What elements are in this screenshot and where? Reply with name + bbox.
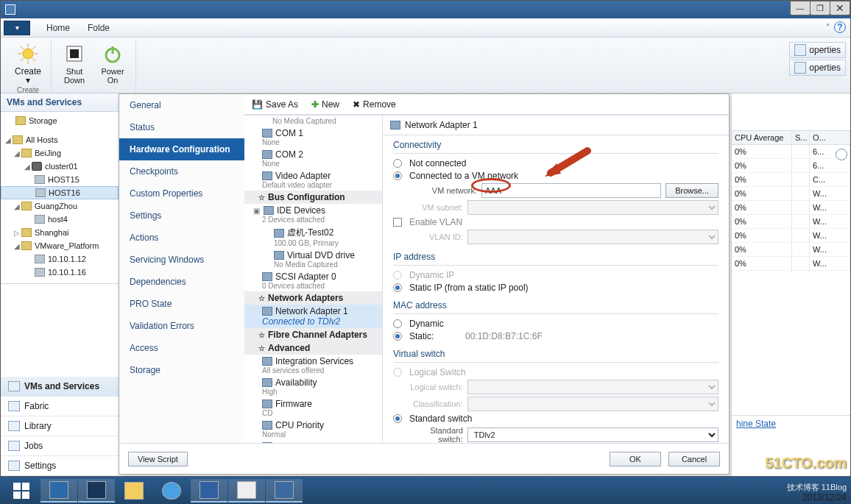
- tb-app-a[interactable]: [228, 479, 265, 503]
- cancel-button[interactable]: Cancel: [668, 452, 720, 466]
- app-menu-button[interactable]: ▾: [4, 21, 30, 35]
- dlg-nav-status[interactable]: Status: [119, 116, 244, 138]
- radio-standard-switch[interactable]: [393, 414, 402, 423]
- tree-allhosts[interactable]: ◢All Hosts: [1, 133, 119, 146]
- hw-availability[interactable]: AvailabilityHigh: [244, 376, 382, 397]
- radio-not-connected[interactable]: [393, 159, 402, 168]
- menu-folder[interactable]: Folde: [79, 23, 119, 33]
- tree-ip2[interactable]: 10.10.1.16: [1, 266, 119, 279]
- table-row[interactable]: 0%C...: [732, 173, 850, 187]
- tree-vmware[interactable]: ◢VMware_Platform: [1, 239, 119, 252]
- dlg-nav-access[interactable]: Access: [119, 337, 244, 359]
- classification-select: [467, 397, 718, 411]
- col-o[interactable]: O...: [810, 131, 850, 144]
- radio-static-ip[interactable]: [393, 283, 402, 292]
- hw-integration[interactable]: Integration ServicesAll services offered: [244, 355, 382, 376]
- hw-dvd[interactable]: Virtual DVD driveNo Media Captured: [244, 249, 382, 270]
- saveas-button[interactable]: 💾Save As: [249, 98, 301, 111]
- hw-net-header[interactable]: ☆Network Adapters: [244, 291, 382, 305]
- nav-vms-services[interactable]: VMs and Services: [1, 377, 119, 397]
- dlg-nav-checkpoints[interactable]: Checkpoints: [119, 160, 244, 182]
- tb-ie[interactable]: [153, 479, 190, 503]
- enable-vlan-checkbox[interactable]: [393, 218, 402, 227]
- radio-dynamic-mac[interactable]: [393, 319, 402, 328]
- radio-static-mac[interactable]: [393, 332, 402, 341]
- standard-switch-select[interactable]: TDlv2: [467, 427, 718, 442]
- table-row[interactable]: 0%W...: [732, 201, 850, 215]
- table-row[interactable]: 0%W...: [732, 215, 850, 229]
- dlg-nav-general[interactable]: General: [119, 94, 244, 116]
- browse-button[interactable]: Browse...: [665, 183, 718, 198]
- hw-bus-header[interactable]: ☆Bus Configuration: [244, 191, 382, 204]
- poweron-button[interactable]: Power On: [96, 39, 130, 85]
- dlg-nav-hwconfig[interactable]: Hardware Configuration: [119, 138, 244, 160]
- vm-properties-dialog: General Status Hardware Configuration Ch…: [119, 93, 730, 475]
- hw-fc-header[interactable]: ☆Fibre Channel Adapters: [244, 328, 382, 341]
- tb-powershell[interactable]: [78, 479, 115, 503]
- maximize-button[interactable]: ❐: [810, 1, 830, 15]
- dlg-nav-storage[interactable]: Storage: [119, 359, 244, 381]
- nav-library[interactable]: Library: [1, 416, 119, 436]
- shutdown-button[interactable]: Shut Down: [57, 39, 91, 85]
- collapse-ribbon-icon[interactable]: ˄: [826, 23, 830, 31]
- search-icon[interactable]: [836, 149, 847, 160]
- hw-firmware[interactable]: FirmwareCD: [244, 397, 382, 419]
- tree-shanghai[interactable]: ▷Shanghai: [1, 226, 119, 239]
- properties-button-1[interactable]: operties: [789, 42, 846, 58]
- minimize-button[interactable]: —: [790, 1, 811, 15]
- hw-com1[interactable]: COM 1None: [244, 127, 382, 148]
- properties-button-2[interactable]: operties: [789, 60, 846, 76]
- table-row[interactable]: 0%W...: [732, 257, 850, 271]
- tb-explorer[interactable]: [116, 479, 152, 503]
- tree-host4[interactable]: host4: [1, 213, 119, 226]
- table-row[interactable]: 0%W...: [732, 187, 850, 201]
- hw-com2[interactable]: COM 2None: [244, 148, 382, 169]
- nav-fabric[interactable]: Fabric: [1, 397, 119, 416]
- hw-disk[interactable]: 虚机-Test02100.00 GB, Primary: [244, 225, 382, 249]
- hw-video[interactable]: Video AdapterDefault video adapter: [244, 169, 382, 191]
- new-button[interactable]: ✚New: [308, 98, 342, 111]
- hw-adv-header[interactable]: ☆Advanced: [244, 341, 382, 355]
- table-row[interactable]: 0%W...: [732, 243, 850, 257]
- dlg-nav-svcwindows[interactable]: Servicing Windows: [119, 249, 244, 271]
- view-script-button[interactable]: View Script: [128, 452, 188, 466]
- close-button[interactable]: ✕: [830, 1, 850, 15]
- table-row[interactable]: 0%6...: [732, 159, 850, 173]
- dlg-nav-actions[interactable]: Actions: [119, 227, 244, 249]
- hw-ide[interactable]: ▣IDE Devices2 Devices attached: [244, 204, 382, 225]
- tree-host15[interactable]: HOST15: [1, 173, 119, 186]
- tb-perfmon[interactable]: [266, 479, 303, 503]
- help-icon[interactable]: ?: [834, 21, 846, 33]
- dlg-nav-customprops[interactable]: Custom Properties: [119, 182, 244, 205]
- menu-home[interactable]: Home: [38, 23, 79, 33]
- radio-connected-vmnet[interactable]: [393, 171, 402, 180]
- hw-cpu-priority[interactable]: CPU PriorityNormal: [244, 419, 382, 440]
- system-tray[interactable]: 技术博客 11Blog 2013/12/24: [787, 482, 847, 503]
- dlg-nav-valerrors[interactable]: Validation Errors: [119, 315, 244, 337]
- table-row[interactable]: 0%W...: [732, 229, 850, 243]
- create-button[interactable]: Create▾: [11, 39, 45, 85]
- tb-scvmm[interactable]: [191, 479, 227, 503]
- dlg-nav-prostate[interactable]: PRO State: [119, 293, 244, 315]
- tree-ip1[interactable]: 10.10.1.12: [1, 252, 119, 266]
- nav-settings[interactable]: Settings: [1, 456, 119, 476]
- tree-storage[interactable]: Storage: [1, 114, 119, 127]
- tree-cluster01[interactable]: ◢cluster01: [1, 160, 119, 173]
- machine-state-link[interactable]: hine State: [732, 415, 850, 432]
- dlg-nav-settings[interactable]: Settings: [119, 205, 244, 227]
- tree-guangzhou[interactable]: ◢GuangZhou: [1, 199, 119, 213]
- ok-button[interactable]: OK: [610, 452, 661, 466]
- hw-scsi[interactable]: SCSI Adapter 00 Devices attached: [244, 270, 382, 291]
- vmnetwork-input[interactable]: [481, 183, 661, 198]
- tree-beijing[interactable]: ◢BeiJing: [1, 146, 119, 160]
- tree-host16[interactable]: HOST16: [1, 186, 119, 199]
- group-mac: MAC address: [393, 300, 718, 310]
- start-button[interactable]: [3, 479, 40, 503]
- dlg-nav-dependencies[interactable]: Dependencies: [119, 271, 244, 293]
- table-row[interactable]: 0%6...: [732, 145, 850, 159]
- col-cpu[interactable]: CPU Average: [732, 131, 792, 144]
- tb-server-manager[interactable]: [40, 479, 77, 503]
- nav-jobs[interactable]: Jobs: [1, 436, 119, 456]
- hw-network-adapter-1[interactable]: Network Adapter 1Connected to TDlv2: [244, 305, 382, 328]
- col-s[interactable]: S...: [792, 131, 810, 144]
